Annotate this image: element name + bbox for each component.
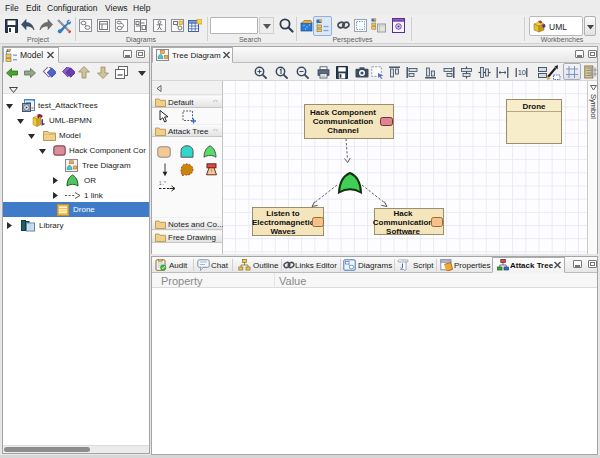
svg-text:10: 10: [518, 68, 526, 77]
svg-text:1..*: 1..*: [159, 181, 166, 186]
